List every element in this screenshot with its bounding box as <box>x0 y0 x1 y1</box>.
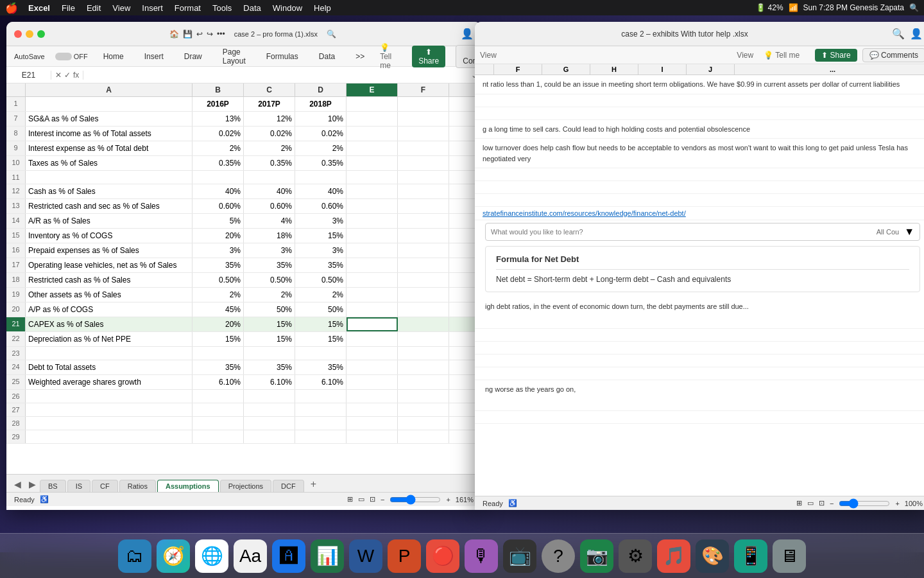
cell-28f[interactable] <box>398 417 449 430</box>
tab-projections[interactable]: Projections <box>220 480 271 492</box>
cell-27b[interactable] <box>193 403 244 416</box>
cell-29e[interactable] <box>346 430 398 443</box>
cell-14e[interactable] <box>346 214 398 228</box>
add-sheet-btn[interactable]: + <box>305 477 321 492</box>
cell-21d[interactable]: 15% <box>295 317 346 331</box>
empty-row-2[interactable] <box>475 107 924 120</box>
tab-is[interactable]: IS <box>67 480 90 492</box>
cell-24a[interactable]: Debt to Total assets <box>26 360 193 374</box>
col-header-d[interactable]: D <box>295 83 346 96</box>
cell-10f[interactable] <box>398 156 449 170</box>
tab-dcf[interactable]: DCF <box>273 480 304 492</box>
table-row[interactable]: 12 Cash as % of Sales 40% 40% 40% <box>6 184 481 199</box>
cell-8c[interactable]: 0.02% <box>244 127 295 141</box>
cell-25e[interactable] <box>346 375 398 389</box>
view-pagebreak-icon[interactable]: ⊡ <box>370 495 375 504</box>
cell-10b[interactable]: 0.35% <box>193 156 244 170</box>
cell-16e[interactable] <box>346 243 398 258</box>
ribbon-tab-pagelayout[interactable]: Page Layout <box>218 46 251 67</box>
toolbar-icon-redo[interactable]: ↪ <box>207 30 213 39</box>
toolbar-icon-save[interactable]: 💾 <box>183 30 193 39</box>
empty-row-5[interactable] <box>475 194 924 207</box>
tell-me-exhibits[interactable]: 💡 Tell me <box>764 51 800 60</box>
col-header-b[interactable]: B <box>193 83 244 96</box>
cell-16b[interactable]: 3% <box>193 243 244 258</box>
cell-7b[interactable]: 13% <box>193 112 244 126</box>
table-row[interactable]: 23 <box>6 347 481 360</box>
cell-22f[interactable] <box>398 332 449 346</box>
table-row[interactable]: 25 Weighted average shares growth 6.10% … <box>6 375 481 390</box>
dock-icon-excel[interactable]: 📊 <box>311 539 344 573</box>
accessibility-icon[interactable]: ♿ <box>40 495 49 504</box>
toolbar-icon-more[interactable]: ••• <box>217 30 225 39</box>
cell-20b[interactable]: 45% <box>193 302 244 317</box>
col-header-f[interactable]: F <box>398 83 449 96</box>
dock-icon-chrome[interactable]: 🌐 <box>195 539 228 573</box>
dock-icon-finder[interactable]: 🗂 <box>118 539 151 573</box>
cell-18a[interactable]: Restricted cash as % of Sales <box>26 273 193 287</box>
cell-19c[interactable]: 2% <box>244 288 295 302</box>
tab-ratios[interactable]: Ratios <box>119 480 156 492</box>
dock-icon-app1[interactable]: 🔴 <box>426 539 459 573</box>
table-row[interactable]: 8 Interest income as % of Total assets 0… <box>6 127 481 141</box>
apple-logo[interactable]: 🍎 <box>5 2 18 14</box>
share-button-exhibits[interactable]: ⬆ Share <box>815 49 857 62</box>
dock-icon-safari[interactable]: 🧭 <box>157 539 190 573</box>
cell-18e[interactable] <box>346 273 398 287</box>
table-row[interactable]: 7 SG&A as % of Sales 13% 12% 10% <box>6 112 481 127</box>
cell-23e[interactable] <box>346 347 398 360</box>
cell-13d[interactable]: 0.60% <box>295 199 346 213</box>
autosave-toggle[interactable]: OFF <box>55 53 88 60</box>
cell-1e[interactable] <box>346 97 398 111</box>
empty-row-11[interactable] <box>475 398 924 411</box>
cell-16c[interactable]: 3% <box>244 243 295 258</box>
cell-29b[interactable] <box>193 430 244 443</box>
empty-row-8[interactable] <box>475 342 924 355</box>
cell-18c[interactable]: 0.50% <box>244 273 295 287</box>
cell-26a[interactable] <box>26 390 193 403</box>
cell-24d[interactable]: 35% <box>295 360 346 374</box>
cell-27d[interactable] <box>295 403 346 416</box>
right-col-f[interactable]: F <box>494 64 542 74</box>
tab-next-btn[interactable]: ▶ <box>26 479 38 489</box>
menu-view[interactable]: View <box>108 3 134 13</box>
cell-1b[interactable]: 2016P <box>193 97 244 111</box>
cell-27c[interactable] <box>244 403 295 416</box>
cancel-formula-icon[interactable]: ✕ <box>55 71 62 80</box>
minimize-button[interactable] <box>26 30 33 38</box>
cell-23c[interactable] <box>244 347 295 360</box>
table-row[interactable]: 15 Inventory as % of COGS 20% 18% 15% <box>6 229 481 243</box>
cell-7c[interactable]: 12% <box>244 112 295 126</box>
right-col-i[interactable]: I <box>638 64 687 74</box>
dock-icon-podcasts[interactable]: 🎙 <box>465 539 498 573</box>
cell-25c[interactable]: 6.10% <box>244 375 295 389</box>
toolbar-icon-undo[interactable]: ↩ <box>196 30 203 39</box>
tab-bs[interactable]: BS <box>40 480 66 492</box>
cell-21f[interactable] <box>398 317 449 331</box>
cell-22e[interactable] <box>346 332 398 346</box>
ribbon-tab-formulas[interactable]: Formulas <box>261 51 304 62</box>
cell-27f[interactable] <box>398 403 449 416</box>
cell-18f[interactable] <box>398 273 449 287</box>
cell-12a[interactable]: Cash as % of Sales <box>26 184 193 198</box>
cell-20f[interactable] <box>398 302 449 317</box>
cell-15a[interactable]: Inventory as % of COGS <box>26 229 193 243</box>
menu-data[interactable]: Data <box>239 3 264 13</box>
table-row[interactable]: 27 <box>6 403 481 417</box>
cell-26c[interactable] <box>244 390 295 403</box>
cell-20d[interactable]: 50% <box>295 302 346 317</box>
ribbon-tab-more[interactable]: >> <box>350 51 370 62</box>
cell-20a[interactable]: A/P as % of COGS <box>26 302 193 317</box>
dock-icon-app3[interactable]: 📱 <box>734 539 767 573</box>
cell-13b[interactable]: 0.60% <box>193 199 244 213</box>
menu-file[interactable]: File <box>58 3 79 13</box>
dock-icon-appstore[interactable]: 🅰 <box>272 539 305 573</box>
cell-17a[interactable]: Operating lease vehicles, net as % of Sa… <box>26 258 193 272</box>
right-col-h[interactable]: H <box>590 64 638 74</box>
cell-28a[interactable] <box>26 417 193 430</box>
cell-29f[interactable] <box>398 430 449 443</box>
ribbon-tab-home[interactable]: Home <box>98 51 129 62</box>
cell-15c[interactable]: 18% <box>244 229 295 243</box>
cell-24b[interactable]: 35% <box>193 360 244 374</box>
ribbon-tab-data[interactable]: Data <box>314 51 340 62</box>
